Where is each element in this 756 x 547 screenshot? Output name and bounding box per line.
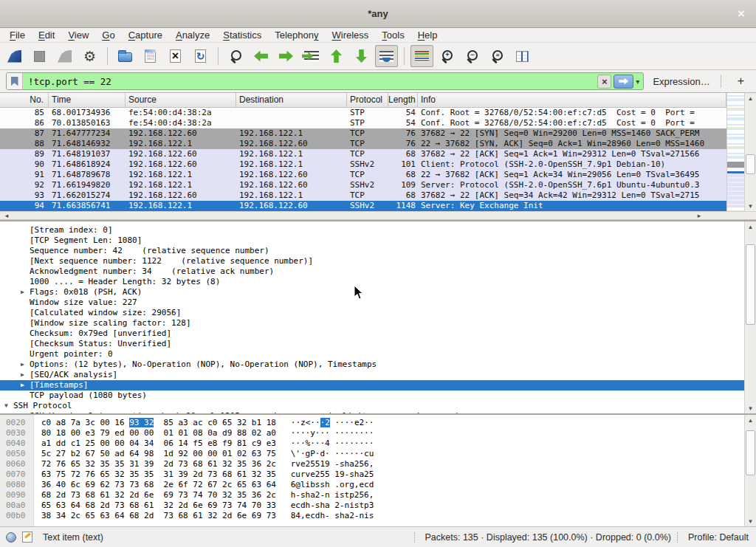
hex-vscrollbar[interactable]: ▴ ▾ bbox=[744, 415, 756, 526]
profile-label[interactable]: Profile: Default bbox=[677, 532, 750, 543]
scroll-up-arrow[interactable]: ▴ bbox=[745, 415, 756, 425]
packet-row-94[interactable]: 9471.663856741192.168.122.1192.168.122.6… bbox=[0, 201, 726, 211]
scroll-down-arrow[interactable]: ▾ bbox=[745, 516, 756, 526]
packet-row-89[interactable]: 8971.648191037192.168.122.60192.168.122.… bbox=[0, 149, 726, 159]
hex-row-0020[interactable]: 0020c0 a8 7a 3c 00 16 93 32 85 a3 ac c0 … bbox=[0, 418, 756, 428]
column-header-source[interactable]: Source bbox=[126, 93, 236, 107]
packet-row-90[interactable]: 9071.648618924192.168.122.60192.168.122.… bbox=[0, 159, 726, 170]
restart-capture-button[interactable] bbox=[53, 45, 76, 67]
zoom-in-button[interactable] bbox=[436, 45, 458, 67]
open-file-button[interactable] bbox=[114, 45, 137, 67]
start-capture-button[interactable] bbox=[3, 45, 26, 67]
detail-line[interactable]: [Window size scaling factor: 128] bbox=[0, 318, 756, 328]
go-forward-button[interactable] bbox=[275, 45, 298, 67]
expand-arrow-icon[interactable]: ▶ bbox=[19, 359, 30, 370]
detail-line[interactable]: ▶[Timestamps] bbox=[0, 380, 756, 391]
stop-capture-button[interactable] bbox=[28, 45, 51, 67]
menu-telephony[interactable]: Telephony bbox=[268, 28, 325, 42]
menu-file[interactable]: File bbox=[3, 28, 32, 42]
detail-line[interactable]: ▶Options: (12 bytes), No-Operation (NOP)… bbox=[0, 359, 756, 370]
scroll-right-arrow[interactable]: ▸ bbox=[694, 212, 704, 219]
find-packet-button[interactable] bbox=[224, 45, 247, 67]
column-header-protocol[interactable]: Protocol bbox=[347, 93, 388, 107]
packet-list-minimap[interactable] bbox=[726, 93, 744, 211]
detail-line[interactable]: ▼SSH Protocol bbox=[0, 401, 756, 411]
expand-arrow-icon[interactable]: ▼ bbox=[3, 401, 13, 411]
reload-file-button[interactable] bbox=[189, 45, 212, 67]
scrollbar-thumb[interactable] bbox=[746, 154, 755, 174]
hex-row-00b0[interactable]: 00b038 34 2c 65 63 64 68 2d 73 68 61 32 … bbox=[0, 511, 756, 521]
hex-row-0040[interactable]: 0040a1 dd c1 25 00 00 04 34 06 14 f5 e8 … bbox=[0, 438, 756, 449]
scroll-down-arrow[interactable]: ▾ bbox=[745, 201, 756, 211]
packet-row-86[interactable]: 8670.013850163fe:54:00:d4:38:2aSTP54Conf… bbox=[0, 118, 726, 128]
close-window-button[interactable]: × bbox=[732, 5, 750, 23]
column-header-destination[interactable]: Destination bbox=[236, 93, 347, 107]
detail-line[interactable]: [Stream index: 0] bbox=[0, 225, 756, 235]
expression-button[interactable]: Expression… bbox=[653, 76, 709, 87]
column-header-time[interactable]: Time bbox=[49, 93, 126, 107]
packet-row-87[interactable]: 8771.647777234192.168.122.60192.168.122.… bbox=[0, 128, 726, 139]
menu-view[interactable]: View bbox=[61, 28, 95, 42]
hex-row-0050[interactable]: 00505c 27 b2 67 50 ad 64 98 1d 92 00 00 … bbox=[0, 449, 756, 459]
scroll-down-arrow[interactable]: ▾ bbox=[745, 403, 756, 413]
menu-help[interactable]: Help bbox=[411, 28, 444, 42]
filter-bookmark-button[interactable] bbox=[7, 73, 23, 89]
detail-line[interactable]: ▶[SEQ/ACK analysis] bbox=[0, 370, 756, 380]
menu-edit[interactable]: Edit bbox=[32, 28, 61, 42]
filter-text[interactable]: !tcp.port == 22 bbox=[23, 76, 597, 87]
colorize-button[interactable] bbox=[410, 45, 433, 67]
packet-row-85[interactable]: 8568.001734936fe:54:00:d4:38:2aSTP54Conf… bbox=[0, 108, 726, 118]
resize-columns-button[interactable] bbox=[511, 45, 534, 67]
menu-tools[interactable]: Tools bbox=[375, 28, 410, 42]
menu-capture[interactable]: Capture bbox=[122, 28, 169, 42]
add-filter-button[interactable]: + bbox=[732, 75, 750, 88]
packet-list-hscrollbar[interactable]: ◂ ▸ bbox=[0, 211, 756, 220]
zoom-out-button[interactable] bbox=[461, 45, 484, 67]
display-filter-input[interactable]: !tcp.port == 22 × ▾ bbox=[6, 72, 644, 90]
save-file-button[interactable] bbox=[139, 45, 162, 67]
column-header-length[interactable]: Length bbox=[388, 93, 418, 107]
go-back-button[interactable] bbox=[250, 45, 272, 67]
hex-row-0030[interactable]: 003080 18 00 e3 79 ed 00 00 01 01 08 0a … bbox=[0, 428, 756, 438]
capture-comment-icon[interactable] bbox=[22, 531, 32, 543]
detail-line[interactable]: TCP payload (1080 bytes) bbox=[0, 391, 756, 401]
zoom-reset-button[interactable] bbox=[486, 45, 509, 67]
expand-arrow-icon[interactable]: ▶ bbox=[19, 370, 30, 380]
scroll-up-arrow[interactable]: ▴ bbox=[745, 221, 756, 232]
menu-analyze[interactable]: Analyze bbox=[169, 28, 216, 42]
detail-line[interactable]: [Calculated window size: 29056] bbox=[0, 308, 756, 318]
detail-line[interactable]: Acknowledgment number: 34 (relative ack … bbox=[0, 266, 756, 277]
expert-info-icon[interactable] bbox=[6, 532, 16, 543]
detail-line[interactable]: [TCP Segment Len: 1080] bbox=[0, 235, 756, 246]
scroll-left-arrow[interactable]: ◂ bbox=[1, 212, 12, 219]
detail-line[interactable]: 1000 .... = Header Length: 32 bytes (8) bbox=[0, 277, 756, 287]
menu-go[interactable]: Go bbox=[95, 28, 121, 42]
close-file-button[interactable] bbox=[164, 45, 187, 67]
scroll-up-arrow[interactable]: ▴ bbox=[745, 93, 756, 103]
detail-line[interactable]: Checksum: 0x79ed [unverified] bbox=[0, 328, 756, 339]
scrollbar-thumb[interactable] bbox=[746, 430, 755, 475]
detail-line[interactable]: Sequence number: 42 (relative sequence n… bbox=[0, 246, 756, 256]
go-last-button[interactable] bbox=[350, 45, 373, 67]
hex-row-0060[interactable]: 006072 76 65 32 35 35 31 39 2d 73 68 61 … bbox=[0, 459, 756, 469]
detail-line[interactable]: [Next sequence number: 1122 (relative se… bbox=[0, 256, 756, 266]
hex-row-00a0[interactable]: 00a065 63 64 68 2d 73 68 61 32 2d 6e 69 … bbox=[0, 500, 756, 511]
detail-line[interactable]: [Checksum Status: Unverified] bbox=[0, 339, 756, 349]
detail-line[interactable]: ▶Flags: 0x018 (PSH, ACK) bbox=[0, 287, 756, 297]
packet-row-93[interactable]: 9371.662015274192.168.122.60192.168.122.… bbox=[0, 190, 726, 201]
scrollbar-thumb[interactable] bbox=[746, 244, 755, 325]
auto-scroll-button[interactable] bbox=[375, 45, 398, 67]
menu-wireless[interactable]: Wireless bbox=[326, 28, 376, 42]
hex-row-0070[interactable]: 007063 75 72 76 65 32 35 35 31 39 2d 73 … bbox=[0, 469, 756, 480]
expand-arrow-icon[interactable]: ▶ bbox=[19, 287, 30, 297]
expand-arrow-icon[interactable]: ▶ bbox=[19, 380, 30, 391]
packet-list-vscrollbar[interactable]: ▴ ▾ bbox=[744, 93, 756, 211]
column-header-no[interactable]: No. bbox=[0, 93, 49, 107]
packet-row-91[interactable]: 9171.648789678192.168.122.1192.168.122.6… bbox=[0, 170, 726, 180]
menu-statistics[interactable]: Statistics bbox=[216, 28, 268, 42]
go-first-button[interactable] bbox=[325, 45, 348, 67]
hex-row-0080[interactable]: 008036 40 6c 69 62 73 73 68 2e 6f 72 67 … bbox=[0, 480, 756, 490]
capture-options-button[interactable]: ⚙ bbox=[78, 45, 101, 67]
detail-line[interactable]: Window size value: 227 bbox=[0, 297, 756, 308]
packet-row-88[interactable]: 8871.648146932192.168.122.1192.168.122.6… bbox=[0, 139, 726, 149]
